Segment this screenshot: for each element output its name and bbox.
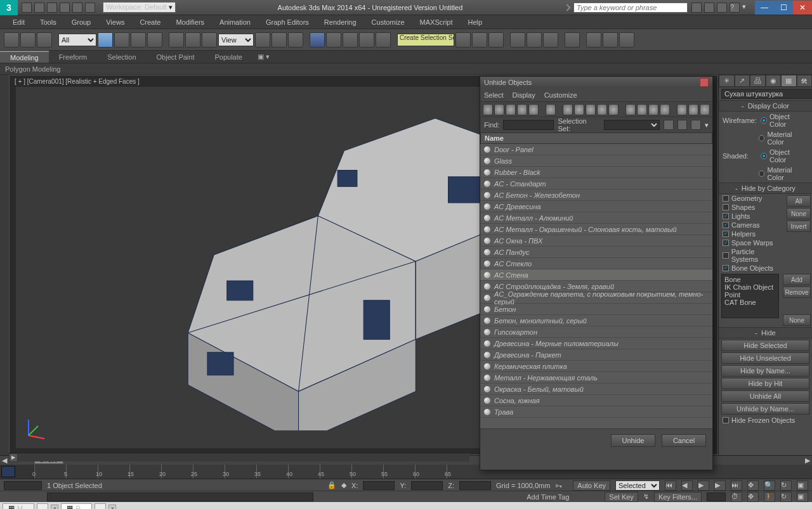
- bone-list-item[interactable]: Point: [724, 291, 776, 299]
- bone-list-item[interactable]: CAT Bone: [724, 299, 776, 306]
- tab-freeform[interactable]: Freeform: [49, 51, 98, 63]
- filter-groups-icon[interactable]: [563, 104, 573, 115]
- save-icon[interactable]: [34, 3, 44, 13]
- render-setup-icon[interactable]: [586, 32, 601, 48]
- render-production-icon[interactable]: [619, 32, 634, 48]
- graphite-tool-icon[interactable]: [510, 32, 525, 48]
- list-header-name[interactable]: Name: [480, 132, 712, 144]
- cat-none-button[interactable]: None: [787, 208, 811, 219]
- maxscript-mini-icon[interactable]: [4, 481, 42, 490]
- nav-orbit-icon[interactable]: ↻: [780, 480, 792, 491]
- motion-panel-icon[interactable]: ◉: [766, 75, 782, 87]
- create-panel-icon[interactable]: ✳: [719, 75, 735, 87]
- cat-all-button[interactable]: All: [787, 195, 811, 207]
- ref-coord-dropdown[interactable]: View: [218, 34, 254, 46]
- hide-action-button[interactable]: Unhide All: [721, 390, 809, 402]
- list-item[interactable]: Древесина - Паркет: [480, 349, 712, 361]
- layers-tool-icon[interactable]: [488, 32, 504, 48]
- selset-add-icon[interactable]: [664, 120, 674, 130]
- filter-containers-icon[interactable]: [597, 104, 607, 115]
- bone-type-list[interactable]: BoneIK Chain ObjectPointCAT Bone: [721, 274, 779, 318]
- list-item[interactable]: AC_Ограждение парапета, с порошковым пок…: [480, 292, 712, 304]
- goto-start-icon[interactable]: ⏮: [665, 480, 676, 491]
- filter-xrefs-icon[interactable]: [574, 104, 584, 115]
- move-tool-icon[interactable]: [169, 32, 184, 48]
- named-selection-dropdown[interactable]: Create Selection Se: [397, 34, 454, 46]
- hierarchy-panel-icon[interactable]: 品: [750, 75, 766, 87]
- view-layer-icon[interactable]: [700, 104, 710, 115]
- menu-help[interactable]: Help: [461, 18, 490, 26]
- snap-toggle-icon[interactable]: [310, 32, 325, 48]
- tab-object-paint[interactable]: Object Paint: [147, 51, 205, 63]
- link-icon[interactable]: [72, 3, 82, 13]
- trackbar-mini-icon[interactable]: [1, 466, 15, 477]
- hide-action-button[interactable]: Hide Selected: [721, 340, 809, 351]
- ribbon-expand-icon[interactable]: ▣ ▾: [252, 51, 275, 63]
- filter-bones-icon[interactable]: [586, 104, 596, 115]
- list-item[interactable]: Сосна, южная: [480, 395, 712, 406]
- chevron-left-icon[interactable]: [563, 4, 570, 11]
- list-item[interactable]: AC Стекло: [480, 258, 712, 269]
- taskbar-thumb-icon[interactable]: [37, 503, 48, 510]
- find-input[interactable]: [503, 120, 554, 130]
- list-item[interactable]: Glass: [480, 155, 712, 167]
- help-icon[interactable]: ?: [730, 3, 740, 13]
- list-item[interactable]: Бетон: [480, 304, 712, 315]
- selset-remove-icon[interactable]: [678, 120, 688, 130]
- nav-orbit2-icon[interactable]: ↻: [780, 492, 792, 502]
- cat-invert-button[interactable]: Invert: [787, 221, 811, 232]
- list-item[interactable]: Окраска - Белый, матовый: [480, 383, 712, 395]
- keyfilters-button[interactable]: Key Filters...: [654, 492, 702, 502]
- list-item[interactable]: Гипсокартон: [480, 326, 712, 338]
- window-close[interactable]: ✕: [793, 1, 812, 15]
- shaded-object-radio[interactable]: [761, 153, 767, 159]
- bone-add-button[interactable]: Add: [783, 274, 811, 285]
- filter-frozen-icon[interactable]: [608, 104, 619, 115]
- taskbar-app-2[interactable]: ▦ R...: [61, 503, 92, 510]
- select-children-icon[interactable]: [660, 104, 670, 115]
- hide-action-button[interactable]: Hide Unselected: [721, 352, 809, 364]
- expand-track-icon[interactable]: ▶: [9, 453, 18, 462]
- wireframe-object-radio[interactable]: [761, 117, 767, 124]
- list-item[interactable]: Rubber - Black: [480, 167, 712, 178]
- utilities-panel-icon[interactable]: 🛠: [797, 75, 813, 87]
- dlg-menu-select[interactable]: Select: [484, 91, 504, 99]
- angle-snap-icon[interactable]: [326, 32, 341, 48]
- redo-tool-icon[interactable]: [20, 32, 36, 48]
- mirror-tool-icon[interactable]: [455, 32, 471, 48]
- dlg-menu-customize[interactable]: Customize: [544, 91, 577, 99]
- manipulate-icon[interactable]: [272, 32, 287, 48]
- scale-tool-icon[interactable]: [202, 32, 217, 48]
- undo-tool-icon[interactable]: [4, 32, 19, 48]
- rect-region-icon[interactable]: [131, 32, 146, 48]
- material-editor-icon[interactable]: [565, 32, 580, 48]
- z-field[interactable]: [459, 481, 491, 490]
- category-checkbox[interactable]: ✓: [723, 240, 729, 246]
- list-item[interactable]: AC - Стандарт: [480, 178, 712, 190]
- menu-maxscript[interactable]: MAXScript: [412, 18, 461, 26]
- nav-walk-icon[interactable]: 🚶: [764, 492, 775, 502]
- list-item[interactable]: Керамическая плитка: [480, 361, 712, 372]
- dialog-close-icon[interactable]: [700, 78, 709, 87]
- percent-snap-icon[interactable]: [343, 32, 358, 48]
- nav-pan2-icon[interactable]: ✥: [747, 492, 759, 502]
- filter-shapes-icon[interactable]: [494, 104, 504, 115]
- menu-customize[interactable]: Customize: [364, 18, 412, 26]
- category-checkbox[interactable]: ✓: [723, 231, 729, 237]
- redo-icon[interactable]: [60, 3, 70, 13]
- view-tree-icon[interactable]: [688, 104, 698, 115]
- filter-lights-icon[interactable]: [506, 104, 516, 115]
- selection-lock-icon[interactable]: [376, 32, 391, 48]
- category-checkbox[interactable]: [723, 195, 729, 202]
- spinner-snap-icon[interactable]: [359, 32, 374, 48]
- keyboard-shortcut-icon[interactable]: [288, 32, 303, 48]
- project-icon[interactable]: [85, 3, 95, 13]
- dlg-menu-display[interactable]: Display: [513, 91, 535, 99]
- list-item[interactable]: AC Окна - ПВХ: [480, 235, 712, 247]
- taskbar-app-1[interactable]: ▦ M...: [3, 503, 34, 510]
- menu-edit[interactable]: Edit: [5, 18, 32, 26]
- view-list-icon[interactable]: [677, 104, 687, 115]
- goto-end-icon[interactable]: ⏭: [731, 480, 742, 491]
- list-item[interactable]: AC Древесина: [480, 201, 712, 212]
- play-icon[interactable]: ▶: [698, 480, 709, 491]
